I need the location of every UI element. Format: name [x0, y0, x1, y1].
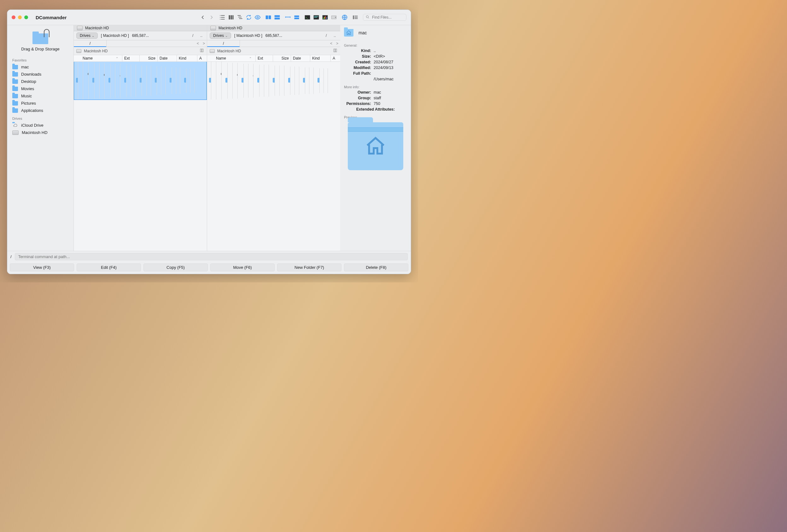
search-field[interactable]: [363, 14, 406, 21]
console-icon[interactable]: [313, 15, 319, 20]
path-slash[interactable]: /: [190, 34, 195, 38]
tab-prev-icon[interactable]: <: [195, 41, 201, 46]
table-row[interactable]: opt202...Folderdıprivate202...Folderdısb…: [166, 66, 197, 95]
col-date[interactable]: Date: [158, 55, 177, 62]
new-folder-button[interactable]: New Folder (F7): [277, 264, 341, 271]
forward-icon[interactable]: [208, 15, 215, 20]
col-name[interactable]: Name⌃: [207, 55, 256, 62]
view-button[interactable]: View (F3): [10, 264, 74, 271]
sidebar-item-downloads[interactable]: Downloads: [7, 71, 73, 78]
split-v-icon[interactable]: [274, 15, 280, 20]
col-date[interactable]: Date: [291, 55, 310, 62]
svg-text:>_: >_: [305, 16, 308, 19]
svg-rect-26: [324, 17, 325, 19]
terminal-icon[interactable]: >_: [304, 15, 311, 20]
indent-icon[interactable]: [352, 15, 359, 20]
zoom-icon[interactable]: [24, 16, 28, 19]
pane-tab[interactable]: /: [207, 40, 240, 47]
table-row[interactable]: cores202...FolderdıdevVolu...dıLibrary20…: [254, 64, 336, 98]
delete-button[interactable]: Delete (F8): [344, 264, 408, 271]
pane-tab[interactable]: /: [74, 40, 107, 47]
table-row[interactable]: Applications202...Folderdıbin202...Folde…: [222, 62, 340, 99]
table-row[interactable]: private202...Folderdısbin202...FolderdıS…: [314, 67, 329, 94]
table-row[interactable]: bin202...Folderdıcores202...FolderdıdevV…: [238, 63, 338, 98]
col-size[interactable]: Size: [273, 55, 291, 62]
move-button[interactable]: Move (F6): [210, 264, 275, 271]
equal-panes-icon[interactable]: [294, 15, 300, 20]
table-row[interactable]: opt202...Folderdıprivate202...Folderdısb…: [299, 66, 331, 95]
drive-tab[interactable]: Macintosh HD: [74, 25, 207, 31]
file-ext: [78, 62, 83, 99]
eye-icon[interactable]: [254, 15, 261, 20]
col-kind[interactable]: Kind: [177, 55, 197, 62]
pane-left: Macintosh HDDrives⌄[ Macintosh HD ]685,5…: [74, 25, 207, 251]
sidebar-item-music[interactable]: Music: [7, 92, 73, 99]
drives-dropdown[interactable]: Drives⌄: [210, 32, 231, 39]
table-row[interactable]: private202...Folderdısbin202...FolderdıS…: [180, 67, 195, 94]
perm-value: 750: [374, 102, 407, 106]
file-list[interactable]: .vol202...FolderdıApplications202...Fold…: [207, 62, 340, 251]
copy-button[interactable]: Copy (F5): [144, 264, 208, 271]
col-kind[interactable]: Kind: [310, 55, 331, 62]
list-view-icon[interactable]: [219, 15, 226, 20]
tab-next-icon[interactable]: >: [201, 41, 207, 46]
tab-prev-icon[interactable]: <: [328, 41, 334, 46]
bookmark-icon[interactable]: [199, 48, 204, 53]
sidebar-item-mac[interactable]: mac: [7, 63, 73, 71]
tab-next-icon[interactable]: >: [334, 41, 340, 46]
path-slash[interactable]: /: [324, 34, 328, 38]
col-ext[interactable]: Ext: [256, 55, 273, 62]
svg-rect-15: [275, 15, 280, 17]
table-row[interactable]: devVolu...dıLibrary202...Folderdıopt202.…: [269, 65, 335, 97]
edit-button[interactable]: Edit (F4): [77, 264, 141, 271]
sidebar-drive-macintosh-hd[interactable]: Macintosh HD: [7, 129, 73, 136]
pane-tabs: /<>: [207, 40, 340, 47]
table-row[interactable]: sbin202...FolderdıSystem202...FolderdıUs…: [194, 68, 195, 93]
file-list[interactable]: .vol202...FolderdıApplications202...Fold…: [74, 62, 207, 251]
file-size: Volu...dı: [147, 66, 151, 96]
table-row[interactable]: .vol202...FolderdıApplications202...Fold…: [74, 62, 207, 100]
sidebar-item-pictures[interactable]: Pictures: [7, 99, 73, 107]
terminal-input[interactable]: [15, 253, 408, 260]
col-attr[interactable]: A: [197, 55, 207, 62]
disk-util-icon[interactable]: [331, 15, 337, 20]
globe-icon[interactable]: [341, 15, 348, 20]
swap-icon[interactable]: [285, 15, 291, 20]
sidebar-item-desktop[interactable]: Desktop: [7, 78, 73, 85]
drive-tab[interactable]: Macintosh HD: [207, 25, 340, 31]
activity-icon[interactable]: [322, 15, 328, 20]
sidebar-item-applications[interactable]: Applications: [7, 107, 73, 114]
sync-icon[interactable]: [246, 15, 252, 20]
table-row[interactable]: .vol202...FolderdıApplications202...Fold…: [207, 62, 340, 99]
bookmark-icon[interactable]: [333, 48, 338, 53]
col-attr[interactable]: A: [331, 55, 340, 62]
file-size: 202...Folderdı: [176, 67, 180, 94]
back-icon[interactable]: [199, 15, 206, 20]
table-row[interactable]: Library202...Folderdıopt202...Folderdıpr…: [151, 66, 199, 96]
sidebar-item-movies[interactable]: Movies: [7, 85, 73, 92]
table-row[interactable]: bin202...Folderdıcores202...FolderdıdevV…: [105, 63, 205, 98]
table-row[interactable]: cores202...FolderdıdevVolu...dıLibrary20…: [121, 64, 203, 98]
sidebar-drive-icloud-drive[interactable]: iCloud Drive: [7, 121, 73, 129]
search-input[interactable]: [371, 15, 401, 20]
table-row[interactable]: Library202...Folderdıopt202...Folderdıpr…: [284, 66, 333, 96]
table-row[interactable]: devVolu...dıLibrary202...Folderdıopt202.…: [136, 65, 201, 97]
col-name[interactable]: Name⌃: [74, 55, 122, 62]
path-up[interactable]: ..: [332, 34, 338, 38]
close-icon[interactable]: [12, 16, 16, 19]
file-ext: [111, 64, 116, 98]
clip-icon: [44, 29, 49, 37]
column-view-icon[interactable]: [228, 15, 234, 20]
split-h-icon[interactable]: [265, 15, 272, 20]
drop-area[interactable]: Drag & Drop Storage: [7, 28, 73, 56]
file-attr: dı: [133, 74, 136, 79]
table-row[interactable]: sbin202...FolderdıSystem202...FolderdıUs…: [328, 68, 329, 93]
minimize-icon[interactable]: [18, 16, 22, 19]
col-size[interactable]: Size: [140, 55, 158, 62]
path-up[interactable]: ..: [198, 34, 204, 38]
hd-icon: [76, 49, 81, 53]
drives-dropdown[interactable]: Drives⌄: [76, 32, 98, 39]
col-ext[interactable]: Ext: [122, 55, 140, 62]
table-row[interactable]: Applications202...Folderdıbin202...Folde…: [89, 62, 207, 99]
outline-view-icon[interactable]: [237, 15, 243, 20]
